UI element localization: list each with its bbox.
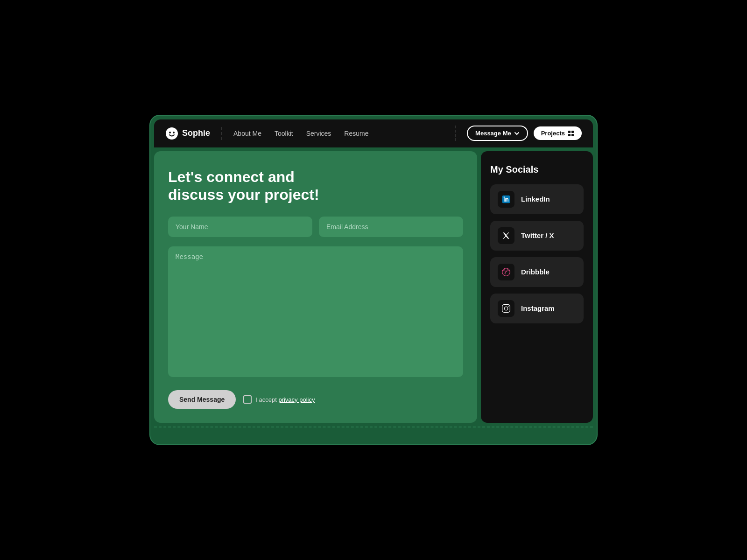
navbar: Sophie About Me Toolkit Services Resume … [154, 119, 593, 147]
message-textarea[interactable] [168, 246, 463, 377]
nav-services[interactable]: Services [306, 130, 331, 137]
contact-heading: Let's connect and discuss your project! [168, 168, 463, 208]
twitter-icon [501, 231, 511, 240]
main-area: Let's connect and discuss your project! … [154, 147, 593, 423]
svg-point-1 [169, 132, 171, 133]
twitter-label: Twitter / X [521, 231, 554, 239]
svg-rect-3 [568, 131, 571, 133]
svg-rect-5 [568, 134, 571, 136]
nav-toolkit[interactable]: Toolkit [275, 130, 293, 137]
dribbble-icon [501, 267, 511, 277]
app-container: Sophie About Me Toolkit Services Resume … [149, 115, 598, 446]
linkedin-icon-wrap [498, 191, 514, 208]
contact-panel: Let's connect and discuss your project! … [154, 151, 477, 423]
svg-point-2 [173, 132, 175, 133]
svg-point-12 [508, 306, 509, 307]
privacy-checkbox[interactable] [243, 395, 252, 404]
name-email-row [168, 217, 463, 237]
instagram-icon [501, 304, 511, 313]
bottom-bar [154, 427, 593, 441]
instagram-label: Instagram [521, 304, 555, 312]
projects-button[interactable]: Projects [534, 126, 582, 140]
svg-rect-6 [571, 134, 574, 136]
name-input[interactable] [168, 217, 312, 237]
brand-name: Sophie [182, 128, 210, 138]
socials-heading: My Socials [490, 164, 584, 175]
email-input[interactable] [319, 217, 463, 237]
svg-rect-10 [502, 304, 510, 312]
smile-icon [165, 127, 178, 140]
twitter-icon-wrap [498, 227, 514, 244]
message-me-button[interactable]: Message Me [467, 126, 528, 141]
svg-rect-4 [571, 131, 574, 133]
privacy-policy-link[interactable]: privacy policy [278, 396, 315, 403]
nav-resume[interactable]: Resume [344, 130, 368, 137]
nav-links: About Me Toolkit Services Resume [233, 130, 455, 137]
socials-panel: My Socials LinkedIn [481, 151, 593, 423]
nav-cta-group: Message Me Projects [455, 126, 582, 141]
send-message-button[interactable]: Send Message [168, 390, 236, 409]
social-instagram[interactable]: Instagram [490, 294, 584, 323]
social-twitter[interactable]: Twitter / X [490, 221, 584, 251]
svg-point-0 [166, 127, 178, 140]
social-linkedin[interactable]: LinkedIn [490, 184, 584, 214]
projects-icon [568, 130, 574, 137]
privacy-row: I accept privacy policy [243, 395, 315, 404]
privacy-text: I accept privacy policy [255, 396, 315, 403]
logo: Sophie [165, 127, 222, 140]
linkedin-label: LinkedIn [521, 195, 550, 203]
form-footer: Send Message I accept privacy policy [168, 390, 463, 409]
social-dribbble[interactable]: Dribbble [490, 257, 584, 287]
linkedin-icon [501, 195, 511, 204]
chevron-down-icon [514, 131, 520, 136]
instagram-icon-wrap [498, 300, 514, 317]
dribbble-icon-wrap [498, 264, 514, 280]
dribbble-label: Dribbble [521, 268, 550, 276]
nav-about-me[interactable]: About Me [233, 130, 261, 137]
